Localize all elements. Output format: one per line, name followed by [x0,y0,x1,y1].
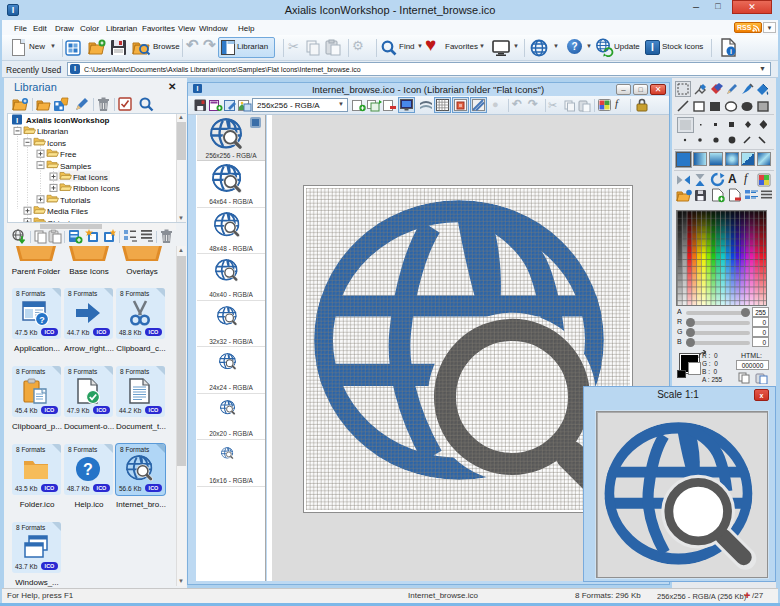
svg-text:Icons: Icons [47,139,66,148]
svg-text:Free: Free [60,150,77,159]
svg-text:Samples: Samples [60,162,91,171]
svg-text:Axialis IconWorkshop: Axialis IconWorkshop [26,116,110,125]
svg-text:Ribbon Icons: Ribbon Icons [73,184,120,193]
svg-text:Flat Icons: Flat Icons [73,173,108,182]
svg-text:Tutorials: Tutorials [60,196,90,205]
svg-text:?: ? [39,315,45,325]
svg-text:i: i [730,48,732,55]
svg-text:Librarian: Librarian [37,127,68,136]
svg-text:I: I [16,116,18,125]
svg-text:?: ? [83,461,93,478]
svg-text:Media Files: Media Files [47,207,88,216]
svg-text:Objects: Objects [47,219,74,222]
